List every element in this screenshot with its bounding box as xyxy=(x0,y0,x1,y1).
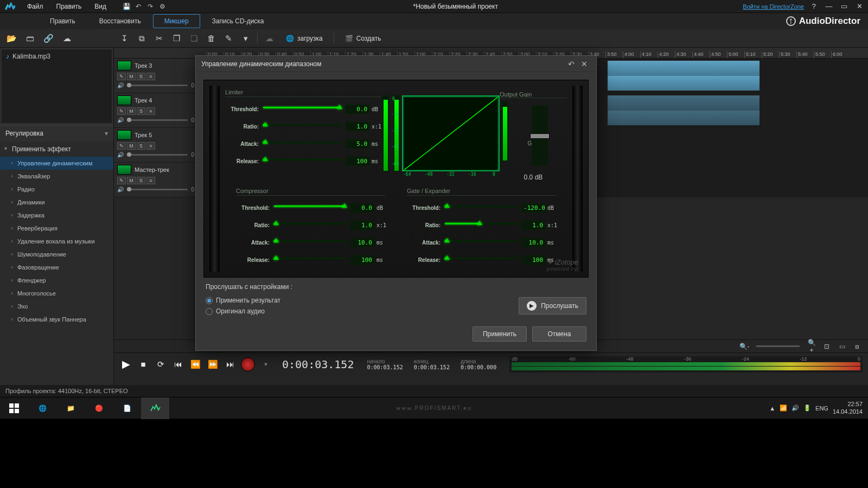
zoom-slider[interactable] xyxy=(756,345,800,347)
limiter-release-slider[interactable] xyxy=(263,158,341,164)
zoom-fit-icon[interactable]: ⊡ xyxy=(821,343,832,350)
effect-item[interactable]: Радио xyxy=(0,183,113,196)
track-header[interactable]: Трек 4 ✎MS≡ 🔊0 dB xyxy=(114,93,206,127)
save-icon[interactable]: 💾 xyxy=(120,3,132,10)
close-icon[interactable]: ✕ xyxy=(854,2,865,10)
redo-icon[interactable]: ↷ xyxy=(144,3,156,10)
track-edit-icon[interactable]: ✎ xyxy=(117,73,126,80)
volume-slider[interactable] xyxy=(127,189,188,190)
effect-item[interactable]: Эхо xyxy=(0,300,113,313)
track-edit-icon[interactable]: ✎ xyxy=(117,177,126,184)
listen-button[interactable]: ▶Прослушать xyxy=(519,297,586,314)
adjust-panel-header[interactable]: Регулировка▾ xyxy=(0,125,113,142)
track-edit-icon[interactable]: ✎ xyxy=(117,142,126,150)
tab-mixer[interactable]: Микшер xyxy=(153,14,200,28)
taskbar-explorer[interactable]: 📁 xyxy=(56,397,85,419)
effect-item[interactable]: Многоголосье xyxy=(0,287,113,300)
compressor-ratio-slider[interactable] xyxy=(274,222,346,228)
help-icon[interactable]: ? xyxy=(808,2,819,10)
compressor-release-slider[interactable] xyxy=(274,256,346,263)
apply-button[interactable]: Применить xyxy=(473,326,527,342)
zoom-vert-icon[interactable]: ⧈ xyxy=(852,343,863,350)
file-item[interactable]: ♪Kalimba.mp3 xyxy=(2,49,112,63)
mute-button[interactable]: M xyxy=(127,177,136,184)
directorzone-link[interactable]: Войти на DirectorZone xyxy=(743,3,804,10)
effect-item[interactable]: Шумоподавление xyxy=(0,248,113,261)
menu-view[interactable]: Вид xyxy=(88,3,113,10)
volume-slider[interactable] xyxy=(127,119,188,121)
mute-button[interactable]: M xyxy=(127,73,136,80)
gate-ratio-slider[interactable] xyxy=(445,222,517,228)
limiter-ratio-slider[interactable] xyxy=(263,123,341,130)
solo-button[interactable]: S xyxy=(137,107,145,115)
effect-item[interactable]: Эквалайзер xyxy=(0,170,113,183)
tray-lang[interactable]: ENG xyxy=(815,405,828,412)
paste-icon[interactable]: ❏ xyxy=(188,33,200,44)
rewind-button[interactable]: ⏪ xyxy=(189,358,202,371)
create-button[interactable]: 🎬Создать xyxy=(340,34,387,43)
taskbar-notes[interactable]: 📄 xyxy=(113,397,141,419)
effect-item[interactable]: Удаление вокала из музыки xyxy=(0,235,113,248)
track-header[interactable]: Мастер-трек ✎MS≡ 🔊0 dB xyxy=(114,163,206,197)
maximize-icon[interactable]: ▭ xyxy=(839,2,850,10)
dialog-undo-icon[interactable]: ↶ xyxy=(565,60,578,68)
link-icon[interactable]: 🔗 xyxy=(42,33,54,44)
track-menu-icon[interactable]: ≡ xyxy=(146,107,155,115)
undo-icon[interactable]: ↶ xyxy=(132,3,144,10)
tray-chevron-icon[interactable]: ▲ xyxy=(769,405,775,412)
track-menu-icon[interactable]: ≡ xyxy=(146,142,155,150)
tab-edit[interactable]: Править xyxy=(38,13,87,29)
track-edit-icon[interactable]: ✎ xyxy=(117,107,126,115)
effect-item[interactable]: Реверберация xyxy=(0,222,113,235)
menu-edit[interactable]: Править xyxy=(50,3,88,10)
solo-button[interactable]: S xyxy=(137,142,145,150)
play-button[interactable]: ▶ xyxy=(119,358,132,371)
import-folder-icon[interactable]: 📂 xyxy=(5,33,17,44)
radio-apply-result[interactable]: Применить результат xyxy=(206,295,280,306)
zoom-in-icon[interactable]: 🔍+ xyxy=(806,339,817,354)
cancel-button[interactable]: Отмена xyxy=(532,326,586,342)
effect-item[interactable]: Фленджер xyxy=(0,274,113,287)
track-header[interactable]: Трек 3 ✎MS≡ 🔊0 dB xyxy=(114,59,206,93)
tool-crop-icon[interactable]: ⧉ xyxy=(136,33,148,44)
skip-start-button[interactable]: ⏮ xyxy=(171,358,184,371)
effect-item[interactable]: Задержка xyxy=(0,209,113,222)
mute-button[interactable]: M xyxy=(127,142,136,150)
effect-item[interactable]: Управление динамическим xyxy=(0,157,113,170)
skip-end-button[interactable]: ⏭ xyxy=(224,358,237,371)
output-gain-slider[interactable] xyxy=(532,106,548,165)
mute-button[interactable]: M xyxy=(127,107,136,115)
limiter-attack-slider[interactable] xyxy=(263,140,341,147)
taskbar-ie[interactable]: 🌐 xyxy=(28,397,56,419)
minimize-icon[interactable]: — xyxy=(824,2,834,10)
tray-clock[interactable]: 22:5714.04.2014 xyxy=(833,401,863,415)
rec-dropdown-icon[interactable]: ▼ xyxy=(259,358,272,371)
forward-button[interactable]: ⏩ xyxy=(206,358,219,371)
zoom-out-icon[interactable]: 🔍- xyxy=(739,343,750,350)
record-button[interactable] xyxy=(241,357,255,371)
tray-network-icon[interactable]: 📶 xyxy=(780,404,787,412)
effect-item[interactable]: Объемный звук Паннера xyxy=(0,313,113,326)
delete-icon[interactable]: 🗑 xyxy=(205,33,217,44)
compressor-threshold-slider[interactable] xyxy=(274,204,346,211)
download-button[interactable]: 🌐загрузка xyxy=(280,34,328,43)
volume-slider[interactable] xyxy=(127,85,188,86)
stop-button[interactable]: ■ xyxy=(137,358,150,371)
taskbar-app1[interactable]: 🔴 xyxy=(85,397,113,419)
tray-volume-icon[interactable]: 🔊 xyxy=(792,404,799,412)
loop-button[interactable]: ⟳ xyxy=(154,358,167,371)
effect-item[interactable]: Динамики xyxy=(0,196,113,209)
tab-cd[interactable]: Запись CD-диска xyxy=(200,13,276,29)
cut-icon[interactable]: ✂ xyxy=(153,33,165,44)
solo-button[interactable]: S xyxy=(137,73,145,80)
solo-button[interactable]: S xyxy=(137,177,145,184)
taskbar-audiodirector[interactable] xyxy=(141,397,169,419)
radio-original[interactable]: Оригинал аудио xyxy=(206,306,280,317)
copy-icon[interactable]: ❐ xyxy=(170,33,182,44)
track-menu-icon[interactable]: ≡ xyxy=(146,73,155,80)
limiter-threshold-slider[interactable] xyxy=(263,106,341,112)
menu-file[interactable]: Файл xyxy=(21,3,50,10)
cloud-icon[interactable]: ☁ xyxy=(61,33,73,44)
tool-export-icon[interactable]: ↧ xyxy=(118,33,130,44)
track-header[interactable]: Трек 5 ✎MS≡ 🔊0 dB xyxy=(114,128,206,162)
